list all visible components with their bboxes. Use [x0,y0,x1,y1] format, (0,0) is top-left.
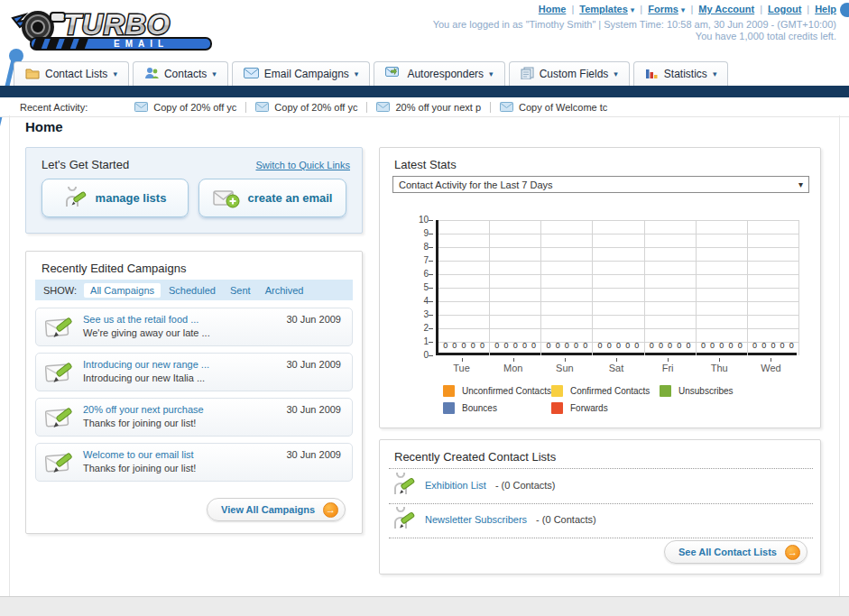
top-nav-link-forms[interactable]: Forms [648,4,678,14]
barchart-icon [645,67,659,82]
tab-statistics[interactable]: Statistics▾ [633,61,729,86]
campaign-date: 30 Jun 2009 [286,449,341,460]
pages-icon [521,67,534,82]
dropdown-caret-icon: ▾ [631,5,635,14]
chart-data-labels: 00000 [490,341,540,350]
tab-label: Autoresponders [407,68,484,80]
recent-activity-item[interactable]: Copy of 20% off yc [134,102,246,113]
person-pencil-icon [64,187,88,210]
legend-item-confirmed-contacts: Confirmed Contacts [551,385,650,397]
campaign-subtitle: Thanks for joining our list! [83,463,196,473]
contact-list-count: - (0 Contacts) [536,514,596,525]
campaign-subtitle: Thanks for joining our list! [83,418,196,428]
tab-autoresponders[interactable]: Autoresponders▾ [374,61,504,86]
campaign-title-link[interactable]: 20% off your next purchase [83,404,204,415]
contact-list-item: Newsletter Subscribers - (0 Contacts) [392,507,596,532]
recent-activity-item[interactable]: 20% off your next p [376,102,491,113]
x-axis-tick [513,358,514,362]
campaign-date: 30 Jun 2009 [286,359,341,370]
top-nav-link-logout[interactable]: Logout [768,4,801,14]
logo-title-text: TURBO [63,8,171,41]
dropdown-caret-icon: ▾ [489,69,494,78]
y-axis-tick [429,274,433,275]
data-label: 0 [504,341,509,350]
top-nav-link-my-account[interactable]: My Account [698,4,754,14]
data-label: 0 [598,341,603,350]
x-axis-tick [565,358,566,362]
top-nav-link-help[interactable]: Help [815,4,836,14]
data-label: 0 [761,341,766,350]
y-axis-tick [429,315,433,316]
y-axis-tick-label: 3 [401,309,429,319]
filter-archived[interactable]: Archived [265,285,304,296]
switch-quick-links-link[interactable]: Switch to Quick Links [255,160,350,170]
data-label: 0 [650,341,654,350]
chart-data-labels: 00000 [748,341,798,350]
y-axis-tick-label: 0 [401,350,429,360]
login-status-text: You are logged in as "Timothy Smith" | S… [433,19,836,30]
recent-activity-items: Copy of 20% off ycCopy of 20% off yc20% … [134,102,625,113]
person-pencil-small-icon [392,507,416,532]
filter-sent[interactable]: Sent [230,285,251,296]
chart-day-group: 00000 [593,220,644,355]
contact-list-link[interactable]: Newsletter Subscribers [425,514,527,525]
data-label: 0 [659,341,663,350]
campaign-row: 20% off your next purchaseThanks for joi… [35,398,353,437]
chart-day-group: 00000 [697,220,748,355]
data-label: 0 [625,341,630,350]
tab-contacts[interactable]: Contacts▾ [133,61,228,86]
tab-custom-fields[interactable]: Custom Fields▾ [509,61,630,86]
chevron-down-icon: ▾ [798,179,803,189]
legend-label: Unconfirmed Contacts [462,386,551,396]
dropdown-caret-icon: ▾ [681,5,686,14]
data-label: 0 [452,341,457,350]
top-nav-link-templates[interactable]: Templates [579,4,628,14]
chart-data-labels: 00000 [697,341,747,350]
logo-subtitle-text: EMAIL [114,39,169,49]
chart-day-group: 00000 [438,220,490,355]
campaign-title-link[interactable]: Introducing our new range ... [83,359,209,370]
manage-lists-button[interactable]: manage lists [42,179,189,217]
legend-swatch [660,385,671,397]
y-axis-tick [429,328,433,329]
nav-separator: | [640,4,642,14]
filter-scheduled[interactable]: Scheduled [169,285,216,296]
legend-label: Confirmed Contacts [570,386,650,396]
recent-activity-item[interactable]: Copy of Welcome tc [500,102,616,113]
data-label: 0 [752,341,757,350]
recent-activity-item[interactable]: Copy of 20% off yc [255,102,367,113]
recent-activity-item-label: 20% off your next p [395,102,481,113]
dotted-divider [389,538,813,538]
x-axis-tick [462,358,463,362]
latest-stats-panel: Latest Stats Contact Activity for the La… [379,147,821,428]
create-email-button[interactable]: create an email [198,179,346,217]
tab-label: Email Campaigns [264,68,349,80]
campaign-title-link[interactable]: Welcome to our email list [83,449,194,460]
recent-campaigns-panel: Recently Edited Campaigns SHOW: All Camp… [25,251,363,534]
view-all-campaigns-button[interactable]: View All Campaigns → [207,498,346,521]
recent-activity-bar: Recent Activity: Copy of 20% off ycCopy … [0,97,849,117]
chart-plot-area: 00000000000000000000000000000000000 [436,220,797,355]
data-label: 0 [677,341,681,350]
chart-day-group: 00000 [645,220,697,355]
x-axis-tick-label: Wed [745,363,797,373]
top-nav-link-home[interactable]: Home [539,4,567,14]
report-select[interactable]: Contact Activity for the Last 7 Days ▾ [392,176,809,193]
small-envelope-icon [134,102,148,112]
campaign-title-link[interactable]: See us at the retail food ... [83,314,198,325]
legend-swatch [551,385,563,397]
tab-contact-lists[interactable]: Contact Lists▾ [14,61,129,86]
tab-email-campaigns[interactable]: Email Campaigns▾ [232,61,371,86]
contact-list-link[interactable]: Exhibition List [425,480,486,491]
get-started-title: Let's Get Started [42,158,129,171]
y-axis-tick [429,355,433,356]
data-label: 0 [471,341,475,350]
see-all-contact-lists-button[interactable]: See All Contact Lists → [664,540,807,564]
contact-lists-title: Recently Created Contact Lists [394,450,556,464]
filter-all-campaigns[interactable]: All Campaigns [84,283,161,298]
envelope-icon [244,68,259,81]
y-axis-tick-label: 7 [401,255,429,265]
contact-lists-panel: Recently Created Contact Lists Exhibitio… [379,439,821,575]
contact-list-item: Exhibition List - (0 Contacts) [392,473,556,498]
envelope-plus-icon [213,188,240,209]
